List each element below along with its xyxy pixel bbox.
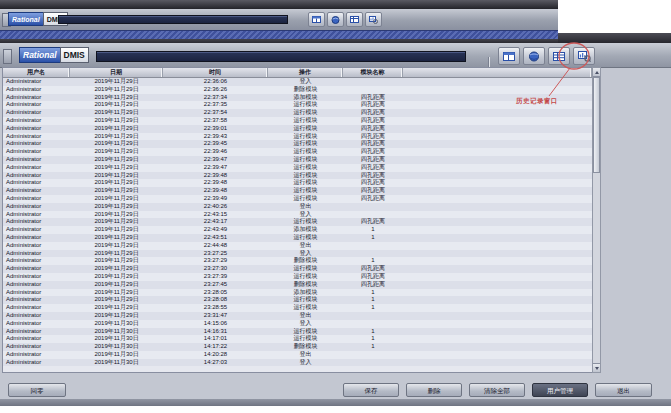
cell-operation: 添加模块	[268, 94, 343, 102]
cell-empty	[403, 335, 592, 343]
table-row[interactable]: Administrator 2019年11月29日 22:37:35 运行模块 …	[3, 101, 592, 109]
table-row[interactable]: Administrator 2019年11月29日 22:43:17 运行模块 …	[3, 218, 592, 226]
table-row[interactable]: Administrator 2019年11月29日 22:44:48 登出	[3, 242, 592, 250]
cell-time: 14:17:01	[163, 335, 268, 343]
cell-username: Administrator	[3, 211, 70, 219]
history-window: RationalDMIS 用户名	[0, 33, 671, 406]
cell-username: Administrator	[3, 156, 70, 164]
globe-icon[interactable]	[327, 12, 344, 27]
table-row[interactable]: Administrator 2019年11月29日 23:27:30 运行模块 …	[3, 265, 592, 273]
table-row[interactable]: Administrator 2019年11月29日 22:37:34 添加模块 …	[3, 94, 592, 102]
table-row[interactable]: Administrator 2019年11月29日 22:39:47 运行模块 …	[3, 156, 592, 164]
cell-module: 四孔距离	[343, 117, 403, 125]
cell-operation: 运行模块	[268, 187, 343, 195]
window-table-icon[interactable]	[308, 12, 325, 27]
table-row[interactable]: Administrator 2019年11月29日 22:43:15 登入	[3, 211, 592, 219]
table-row[interactable]: Administrator 2019年11月29日 23:28:08 运行模块 …	[3, 296, 592, 304]
table-row[interactable]: Administrator 2019年11月29日 22:39:49 运行模块 …	[3, 195, 592, 203]
history-search-icon[interactable]	[573, 47, 595, 65]
table-row[interactable]: Administrator 2019年11月29日 23:31:47 登出	[3, 312, 592, 320]
scroll-down-icon	[595, 367, 599, 370]
table-row[interactable]: Administrator 2019年11月29日 22:43:51 运行模块 …	[3, 234, 592, 242]
cell-date: 2019年11月29日	[70, 289, 163, 297]
cell-username: Administrator	[3, 117, 70, 125]
save-button[interactable]: 保存	[343, 383, 399, 397]
scroll-up-icon	[595, 71, 599, 74]
table-row[interactable]: Administrator 2019年11月29日 22:39:46 运行模块 …	[3, 148, 592, 156]
cell-operation: 运行模块	[268, 179, 343, 187]
scroll-down-button[interactable]	[593, 363, 600, 372]
table-row[interactable]: Administrator 2019年11月30日 14:17:01 运行模块 …	[3, 335, 592, 343]
table-row[interactable]: Administrator 2019年11月29日 23:28:55 运行模块 …	[3, 304, 592, 312]
clear-all-button[interactable]: 清除全部	[469, 383, 525, 397]
cell-module	[343, 86, 403, 94]
table-row[interactable]: Administrator 2019年11月29日 22:39:48 运行模块 …	[3, 172, 592, 180]
table-row[interactable]: Administrator 2019年11月30日 14:16:31 运行模块 …	[3, 328, 592, 336]
table-row[interactable]: Administrator 2019年11月29日 22:36:26 删除模块	[3, 86, 592, 94]
user-manage-button[interactable]: 用户管理	[532, 383, 588, 397]
cell-empty	[403, 289, 592, 297]
table-row[interactable]: Administrator 2019年11月30日 14:17:22 删除模块 …	[3, 343, 592, 351]
exit-button[interactable]: 退出	[595, 383, 652, 397]
table-row[interactable]: Administrator 2019年11月29日 22:37:54 运行模块 …	[3, 109, 592, 117]
cell-time: 22:39:48	[163, 179, 268, 187]
table-row[interactable]: Administrator 2019年11月30日 14:27:03 登入	[3, 359, 592, 367]
cell-date: 2019年11月29日	[70, 211, 163, 219]
cell-empty	[403, 359, 592, 367]
table-row[interactable]: Administrator 2019年11月29日 23:27:29 删除模块 …	[3, 257, 592, 265]
history-search-icon[interactable]	[365, 12, 382, 27]
cell-username: Administrator	[3, 172, 70, 180]
panel-handle-icon[interactable]	[3, 49, 12, 64]
vertical-scrollbar[interactable]	[592, 67, 601, 373]
table-row[interactable]: Administrator 2019年11月29日 22:40:26 登出	[3, 203, 592, 211]
col-header-module: 模块名称	[343, 68, 403, 77]
table-row[interactable]: Administrator 2019年11月29日 23:27:25 登入	[3, 250, 592, 258]
cell-empty	[403, 234, 592, 242]
table-row[interactable]: Administrator 2019年11月29日 22:37:58 运行模块 …	[3, 117, 592, 125]
table-row[interactable]: Administrator 2019年11月29日 23:28:05 添加模块 …	[3, 289, 592, 297]
cell-username: Administrator	[3, 86, 70, 94]
table-row[interactable]: Administrator 2019年11月29日 22:36:06 登入	[3, 78, 592, 86]
cell-time: 22:39:48	[163, 187, 268, 195]
table-row[interactable]: Administrator 2019年11月29日 22:39:48 运行模块 …	[3, 179, 592, 187]
table-row[interactable]: Administrator 2019年11月29日 22:39:43 运行模块 …	[3, 133, 592, 141]
scrollbar-thumb[interactable]	[593, 77, 600, 173]
cell-time: 22:39:49	[163, 195, 268, 203]
grid-table-icon[interactable]	[548, 47, 570, 65]
cell-operation: 运行模块	[268, 273, 343, 281]
scroll-up-button[interactable]	[593, 68, 600, 77]
cell-empty	[403, 117, 592, 125]
cell-time: 22:37:54	[163, 109, 268, 117]
col-header-username: 用户名	[3, 68, 70, 77]
cell-empty	[403, 257, 592, 265]
cell-operation: 运行模块	[268, 195, 343, 203]
cell-operation: 登入	[268, 320, 343, 328]
cell-username: Administrator	[3, 296, 70, 304]
background-toolbar	[308, 12, 382, 27]
table-row[interactable]: Administrator 2019年11月30日 14:20:28 登出	[3, 351, 592, 359]
window-table-icon[interactable]	[498, 47, 520, 65]
cell-date: 2019年11月29日	[70, 273, 163, 281]
delete-button[interactable]: 删除	[406, 383, 462, 397]
table-row[interactable]: Administrator 2019年11月30日 14:15:06 登入	[3, 320, 592, 328]
cell-module	[343, 359, 403, 367]
cell-operation: 登入	[268, 78, 343, 86]
table-row[interactable]: Administrator 2019年11月29日 22:39:47 运行模块 …	[3, 164, 592, 172]
background-window: RationalDMIS	[0, 0, 558, 38]
table-row[interactable]: Administrator 2019年11月29日 22:39:48 运行模块 …	[3, 187, 592, 195]
table-row[interactable]: Administrator 2019年11月29日 22:39:45 运行模块 …	[3, 140, 592, 148]
cell-operation: 登出	[268, 242, 343, 250]
cell-module: 四孔距离	[343, 187, 403, 195]
table-row[interactable]: Administrator 2019年11月29日 23:27:39 运行模块 …	[3, 273, 592, 281]
cell-date: 2019年11月29日	[70, 94, 163, 102]
grid-table-icon[interactable]	[346, 12, 363, 27]
cell-operation: 运行模块	[268, 133, 343, 141]
cell-username: Administrator	[3, 226, 70, 234]
globe-icon[interactable]	[523, 47, 545, 65]
table-row[interactable]: Administrator 2019年11月29日 23:27:45 删除模块 …	[3, 281, 592, 289]
cell-operation: 运行模块	[268, 265, 343, 273]
cell-time: 14:27:03	[163, 359, 268, 367]
table-row[interactable]: Administrator 2019年11月29日 22:43:49 添加模块 …	[3, 226, 592, 234]
table-row[interactable]: Administrator 2019年11月29日 22:39:01 运行模块 …	[3, 125, 592, 133]
home-zero-button[interactable]: 回零	[8, 383, 66, 397]
